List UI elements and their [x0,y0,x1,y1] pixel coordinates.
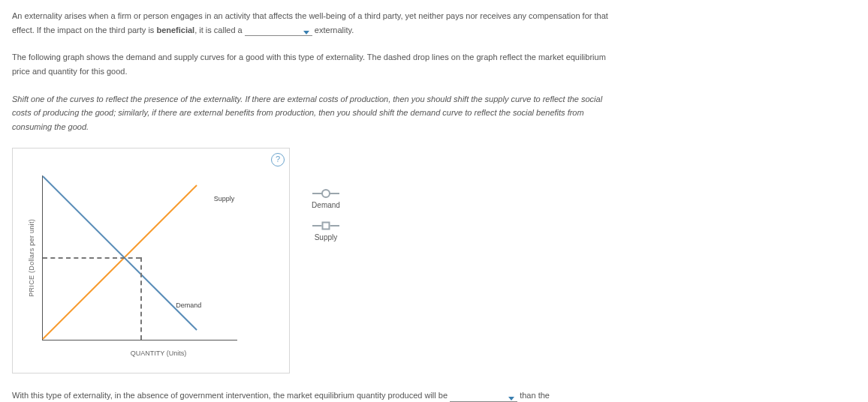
intro-paragraph: An externality arises when a firm or per… [12,9,613,37]
paragraph-3-instructions: Shift one of the curves to reflect the p… [12,92,613,134]
legend-demand-handle[interactable]: Demand [303,193,348,212]
legend-demand-label: Demand [312,199,340,212]
x-axis-label: QUANTITY (Units) [41,348,276,359]
legend-supply-label: Supply [315,231,338,244]
intro-text-2: , it is called a [194,26,245,34]
externality-type-dropdown[interactable] [245,31,312,36]
equilibrium-quantity-line [140,257,142,340]
square-icon [312,225,339,226]
supply-curve[interactable] [43,184,197,339]
demand-curve[interactable] [43,176,197,330]
graph-panel: ? PRICE (Dollars per unit) Supply Demand… [12,148,290,374]
legend-supply-handle[interactable]: Supply [303,225,348,244]
plot-area[interactable]: Supply Demand [42,176,237,340]
legend: Demand Supply [303,148,348,257]
chevron-down-icon [508,397,514,400]
help-icon[interactable]: ? [271,153,285,166]
footer-text-1: With this type of externality, in the ab… [12,391,450,400]
paragraph-2: The following graph shows the demand and… [12,50,613,78]
intro-text-3: externality. [312,26,354,34]
circle-icon [312,193,339,194]
supply-label: Supply [214,194,235,205]
intro-bold: beneficial [156,26,194,34]
footer-text-2: than the [517,391,550,400]
footer-paragraph: With this type of externality, in the ab… [12,388,613,402]
y-axis-label: PRICE (Dollars per unit) [26,219,38,297]
quantity-comparison-dropdown[interactable] [450,397,517,402]
equilibrium-price-line [43,257,140,259]
demand-label: Demand [176,300,201,311]
chevron-down-icon [303,31,309,34]
